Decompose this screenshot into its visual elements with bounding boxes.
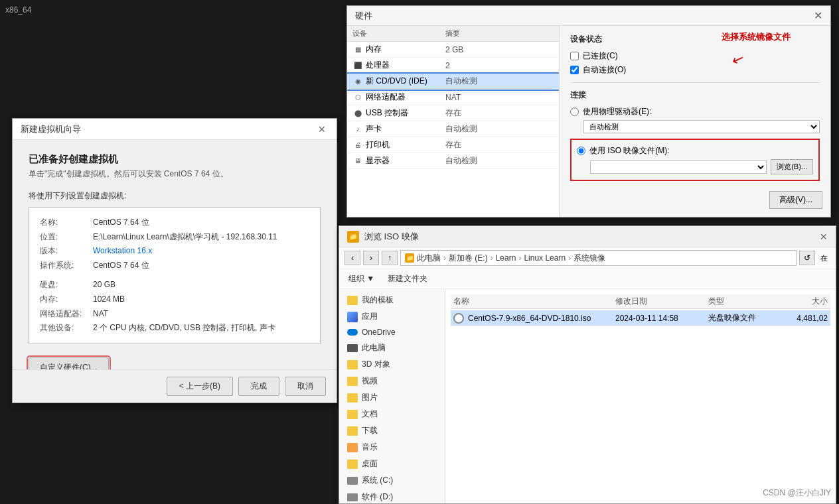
hw-iso-radio-row: 使用 ISO 映像文件(M): [577, 145, 813, 157]
sidebar-label-pictures: 图片 [362, 392, 378, 403]
hw-device-name-ram: 内存 [366, 44, 445, 55]
sidebar-item-thispc[interactable]: 此电脑 [339, 340, 445, 356]
hw-device-name-printer: 打印机 [366, 139, 445, 151]
up-nav-button[interactable]: ↑ [382, 251, 398, 265]
hw-device-name-net: 网络适配器 [366, 92, 445, 103]
vm-field-label-other: 其他设备: [40, 321, 93, 336]
sidebar-item-3d[interactable]: 3D 对象 [339, 356, 445, 373]
hardware-device-row-cd[interactable]: ◉ 新 CD/DVD (IDE) 自动检测 [347, 74, 559, 90]
cancel-button[interactable]: 取消 [285, 377, 326, 396]
browse-iso-window: 📁 浏览 ISO 映像 ✕ ‹ › ↑ 📁 此电脑 › 新加卷 (E:) › L… [339, 225, 836, 504]
back-button[interactable]: < 上一步(B) [167, 377, 233, 396]
vm-field-label-version: 版本: [40, 244, 93, 259]
vm-wizard-section-label: 将使用下列设置创建虚拟机: [29, 190, 321, 202]
hardware-device-row-printer[interactable]: 🖨 打印机 存在 [347, 137, 559, 153]
hw-device-summary-printer: 存在 [445, 139, 554, 151]
music-folder-icon [347, 443, 358, 452]
sidebar-item-pictures[interactable]: 图片 [339, 389, 445, 406]
hardware-device-row-display[interactable]: 🖥 显示器 自动检测 [347, 153, 559, 169]
hw-status-title: 设备状态 [570, 34, 820, 45]
refresh-button[interactable]: ↺ [799, 251, 815, 265]
network-icon: ⬡ [352, 92, 363, 103]
autoconnect-checkbox[interactable] [570, 66, 579, 74]
browse-iso-button[interactable]: 浏览(B)... [771, 159, 813, 174]
addr-part-linux: Linux Learn [524, 253, 566, 263]
sidebar-item-docs[interactable]: 文档 [339, 406, 445, 422]
browse-second-toolbar: 组织 ▼ 新建文件夹 [339, 269, 836, 289]
cd-icon: ◉ [352, 76, 363, 87]
sidebar-item-templates[interactable]: 我的模板 [339, 292, 445, 308]
drive-d-icon [347, 493, 358, 501]
addr-part-pc: 此电脑 [417, 253, 441, 264]
hardware-device-row-cpu[interactable]: ⬛ 处理器 2 [347, 58, 559, 74]
vm-info-row-name: 名称: CentOS 7 64 位 [40, 216, 309, 230]
hw-device-summary-ram: 2 GB [445, 45, 554, 54]
hw-physical-radio-row: 使用物理驱动器(E): [570, 106, 820, 117]
hw-col-device: 设备 [352, 29, 445, 38]
sidebar-item-music[interactable]: 音乐 [339, 439, 445, 456]
hw-iso-section: 使用 ISO 映像文件(M): 浏览(B)... [570, 139, 820, 181]
sidebar-label-music: 音乐 [362, 442, 378, 453]
pictures-folder-icon [347, 393, 358, 403]
hardware-right-panel: 选择系统镜像文件 ↙ 设备状态 已连接(C) 自动连接(O) 连接 使用物理驱动… [560, 26, 830, 217]
sidebar-item-desktop[interactable]: 桌面 [339, 456, 445, 472]
vm-field-value-other: 2 个 CPU 内核, CD/DVD, USB 控制器, 打印机, 声卡 [93, 321, 275, 336]
connected-checkbox[interactable] [570, 52, 579, 60]
sidebar-item-drive-d[interactable]: 软件 (D:) [339, 489, 445, 503]
vm-field-value-os: CentOS 7 64 位 [93, 259, 149, 273]
vm-info-row-location: 位置: E:\Learn\Linux Learn\虚拟机\学习机 - 192.1… [40, 230, 309, 245]
vm-wizard-close-button[interactable]: ✕ [315, 123, 329, 136]
finish-button[interactable]: 完成 [238, 377, 279, 396]
vm-info-row-os: 操作系统: CentOS 7 64 位 [40, 259, 309, 273]
sidebar-label-templates: 我的模板 [362, 294, 394, 306]
hardware-window: 硬件 ✕ 设备 摘要 ▦ 内存 2 GB ⬛ 处理器 2 ◉ [346, 5, 831, 218]
sidebar-item-apps[interactable]: 应用 [339, 308, 445, 325]
thispc-icon [347, 344, 358, 352]
browse-close-button[interactable]: ✕ [820, 231, 828, 242]
cpu-icon: ⬛ [352, 60, 363, 71]
hardware-device-row-ram[interactable]: ▦ 内存 2 GB [347, 42, 559, 58]
sidebar-item-video[interactable]: 视频 [339, 373, 445, 389]
sidebar-item-downloads[interactable]: 下载 [339, 422, 445, 439]
auto-detect-select[interactable]: 自动检测 [583, 120, 820, 133]
hardware-content: 设备 摘要 ▦ 内存 2 GB ⬛ 处理器 2 ◉ 新 CD/DVD (IDE)… [347, 26, 830, 217]
hardware-device-row-sound[interactable]: ♪ 声卡 自动检测 [347, 121, 559, 137]
file-date: 2024-03-11 14:58 [615, 314, 708, 323]
addr-part-e: 新加卷 (E:) [449, 253, 488, 264]
address-bar: 📁 此电脑 › 新加卷 (E:) › Learn › Linux Learn ›… [400, 250, 797, 266]
onedrive-icon [347, 329, 358, 336]
sidebar-item-onedrive[interactable]: OneDrive [339, 325, 445, 340]
vm-wizard-content: 已准备好创建虚拟机 单击"完成"创建虚拟机。然后可以安装 CentOS 7 64… [13, 140, 337, 391]
advanced-button[interactable]: 高级(V)... [769, 191, 822, 209]
hw-device-summary-net: NAT [445, 93, 554, 102]
back-nav-button[interactable]: ‹ [344, 251, 360, 265]
vm-wizard-heading: 已准备好创建虚拟机 [29, 153, 321, 166]
new-folder-button[interactable]: 新建文件夹 [384, 272, 431, 286]
sidebar-item-drive-c[interactable]: 系统 (C:) [339, 472, 445, 489]
iso-radio[interactable] [577, 147, 585, 155]
hardware-device-row-usb[interactable]: ⬤ USB 控制器 存在 [347, 105, 559, 121]
hardware-close-button[interactable]: ✕ [814, 9, 822, 22]
addr-sep-1: › [443, 253, 446, 263]
usb-icon: ⬤ [352, 108, 363, 119]
file-row-centos-iso[interactable]: CentOS-7.9-x86_64-DVD-1810.iso 2024-03-1… [451, 310, 830, 326]
browse-titlebar: 📁 浏览 ISO 映像 ✕ [339, 226, 836, 247]
vm-field-value-version: Workstation 16.x [93, 244, 152, 259]
hardware-device-row-net[interactable]: ⬡ 网络适配器 NAT [347, 90, 559, 105]
vm-field-value-ram: 1024 MB [93, 292, 125, 307]
hw-device-summary-sound: 自动检测 [445, 123, 554, 135]
iso-path-select[interactable] [590, 160, 767, 174]
physical-drive-radio[interactable] [570, 107, 579, 116]
hardware-device-list: 设备 摘要 ▦ 内存 2 GB ⬛ 处理器 2 ◉ 新 CD/DVD (IDE)… [347, 26, 560, 217]
physical-drive-label: 使用物理驱动器(E): [583, 106, 651, 117]
drive-c-icon [347, 477, 358, 485]
vm-field-value-disk: 20 GB [93, 278, 115, 292]
organize-button[interactable]: 组织 ▼ [344, 272, 378, 286]
hw-device-name-usb: USB 控制器 [366, 107, 445, 119]
header-col-type: 类型 [708, 296, 775, 307]
addr-sep-3: › [518, 253, 521, 263]
addr-part-folder: 系统镜像 [573, 253, 605, 264]
browse-main: 我的模板 应用 OneDrive 此电脑 3D 对象 视频 [339, 289, 836, 503]
templates-folder-icon [347, 296, 358, 305]
forward-nav-button[interactable]: › [363, 251, 379, 265]
